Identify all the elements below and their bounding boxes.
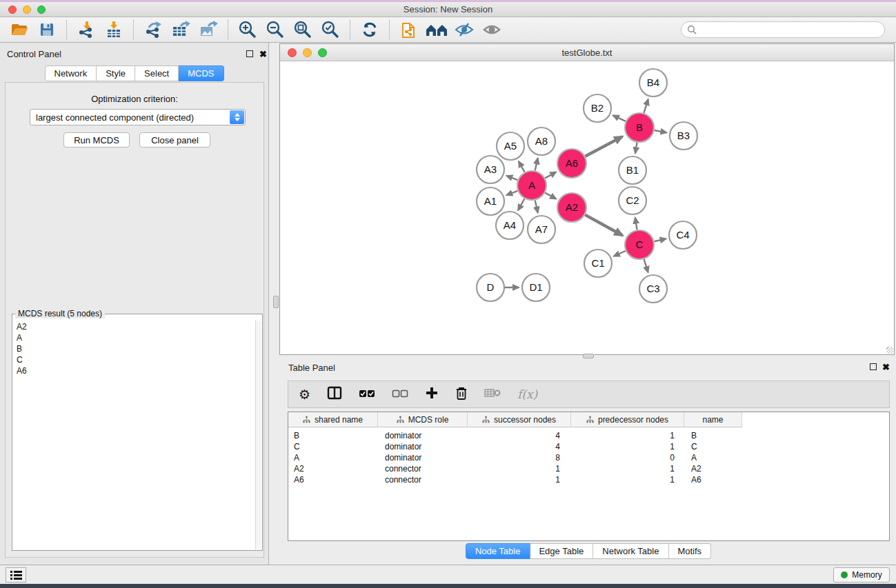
table-cell[interactable]: A6	[288, 475, 378, 485]
table-row[interactable]: Bdominator41B	[288, 430, 889, 441]
network-close-button[interactable]	[288, 48, 297, 57]
graph-node-A1[interactable]: A1	[477, 187, 504, 215]
table-cell[interactable]: dominator	[378, 431, 468, 440]
table-cell[interactable]: 8	[468, 453, 571, 463]
graph-node-C3[interactable]: C3	[639, 275, 667, 303]
tab-network[interactable]: Network	[44, 65, 97, 81]
save-session-icon[interactable]	[35, 19, 59, 40]
memory-button[interactable]: Memory	[833, 567, 890, 582]
table-row[interactable]: Cdominator41C	[288, 441, 889, 452]
graph-node-A6[interactable]: A6	[557, 149, 586, 178]
table-cell[interactable]: A2	[288, 464, 378, 474]
table-cell[interactable]: C	[684, 442, 742, 452]
graph-node-A4[interactable]: A4	[496, 212, 524, 239]
table-row[interactable]: A6connector11A6	[288, 474, 889, 485]
column-header-name[interactable]: name	[684, 412, 742, 427]
close-panel-icon[interactable]: ✖	[259, 50, 267, 59]
zoom-in-icon[interactable]	[236, 19, 259, 40]
table-row[interactable]: A2connector11A2	[288, 463, 889, 474]
tab-node-table[interactable]: Node Table	[466, 543, 530, 559]
graph-node-A7[interactable]: A7	[528, 216, 555, 243]
table-cell[interactable]: B	[684, 431, 742, 440]
table-close-icon[interactable]: ✖	[882, 363, 890, 372]
open-session-file-icon[interactable]	[397, 19, 421, 40]
zoom-out-icon[interactable]	[263, 19, 287, 40]
tab-motifs[interactable]: Motifs	[668, 543, 711, 559]
table-row[interactable]: Adominator80A	[288, 452, 889, 463]
table-cell[interactable]: B	[288, 431, 378, 440]
table-cell[interactable]: 1	[571, 431, 684, 440]
maximize-window-button[interactable]	[37, 6, 46, 14]
column-header-mcds-role[interactable]: MCDS role	[378, 412, 468, 427]
table-cell[interactable]: dominator	[378, 453, 468, 463]
graph-node-A8[interactable]: A8	[528, 128, 555, 155]
task-history-button[interactable]	[6, 567, 26, 582]
delete-column-icon[interactable]	[455, 386, 468, 403]
column-header-shared-name[interactable]: shared name	[288, 412, 378, 427]
tab-edge-table[interactable]: Edge Table	[530, 543, 593, 559]
table-cell[interactable]: A	[288, 453, 378, 463]
table-cell[interactable]: 0	[571, 453, 684, 463]
tab-style[interactable]: Style	[97, 65, 135, 81]
import-table-icon[interactable]	[102, 19, 126, 40]
select-all-checkboxes-icon[interactable]	[359, 388, 375, 401]
show-details-icon[interactable]	[480, 19, 504, 40]
open-session-icon[interactable]	[8, 19, 31, 40]
refresh-icon[interactable]	[358, 19, 381, 40]
result-item[interactable]: B	[14, 343, 254, 354]
criterion-dropdown[interactable]: largest connected component (directed)	[30, 109, 246, 125]
graph-node-B3[interactable]: B3	[670, 122, 697, 150]
table-cell[interactable]: connector	[378, 475, 468, 485]
search-field[interactable]	[681, 21, 885, 38]
zoom-fit-icon[interactable]	[291, 19, 315, 40]
graph-node-A2[interactable]: A2	[557, 193, 586, 222]
graph-node-B2[interactable]: B2	[584, 94, 611, 122]
table-cell[interactable]: connector	[378, 464, 468, 474]
float-panel-icon[interactable]	[246, 50, 253, 57]
close-window-button[interactable]	[8, 6, 17, 14]
result-item[interactable]: C	[14, 354, 254, 365]
minimize-window-button[interactable]	[23, 6, 31, 14]
table-cell[interactable]: A6	[684, 475, 742, 485]
result-item[interactable]: A2	[14, 321, 254, 332]
table-cell[interactable]: 1	[468, 464, 571, 474]
add-column-icon[interactable]	[425, 386, 439, 403]
table-cell[interactable]: 1	[468, 475, 571, 485]
table-cell[interactable]: dominator	[378, 442, 468, 452]
graph-node-C[interactable]: C	[625, 230, 654, 259]
tab-network-table[interactable]: Network Table	[593, 543, 668, 559]
zoom-selected-icon[interactable]	[319, 19, 342, 40]
table-float-icon[interactable]	[870, 363, 877, 370]
tab-select[interactable]: Select	[135, 65, 179, 81]
graph-node-B4[interactable]: B4	[639, 69, 667, 97]
graph-node-B1[interactable]: B1	[619, 156, 646, 184]
home-layout-icon[interactable]	[425, 19, 448, 40]
result-scrollbar[interactable]	[255, 321, 261, 549]
run-mcds-button[interactable]: Run MCDS	[63, 132, 130, 148]
graph-node-D1[interactable]: D1	[522, 274, 550, 301]
graph-node-B[interactable]: B	[625, 113, 654, 142]
column-header-successor-nodes[interactable]: successor nodes	[468, 412, 571, 427]
function-builder-icon[interactable]: f(x)	[517, 387, 537, 401]
import-network-icon[interactable]	[74, 19, 98, 40]
search-input[interactable]	[700, 23, 884, 37]
export-network-icon[interactable]	[141, 19, 165, 40]
column-header-predecessor-nodes[interactable]: predecessor nodes	[571, 412, 684, 427]
result-item[interactable]: A	[14, 332, 254, 343]
result-item[interactable]: A6	[14, 365, 254, 376]
network-canvas-svg[interactable]: B4B2BB3A5A8A6B1A3AC2A1A2A4A7C4CC1C3DD1	[280, 61, 894, 354]
graph-node-A5[interactable]: A5	[497, 132, 524, 160]
show-column-icon[interactable]	[327, 386, 342, 403]
close-panel-button[interactable]: Close panel	[139, 132, 210, 148]
hide-details-icon[interactable]	[452, 19, 476, 40]
table-cell[interactable]: A2	[684, 464, 742, 474]
vertical-split-handle[interactable]	[273, 296, 279, 308]
unselect-all-checkboxes-icon[interactable]	[392, 388, 408, 401]
delete-table-icon[interactable]	[484, 387, 501, 401]
table-cell[interactable]: 1	[571, 464, 684, 474]
graph-node-A[interactable]: A	[517, 171, 546, 200]
export-table-icon[interactable]	[169, 19, 192, 40]
graph-node-C2[interactable]: C2	[619, 187, 646, 214]
table-cell[interactable]: 4	[468, 431, 571, 440]
table-cell[interactable]: A	[684, 453, 742, 463]
